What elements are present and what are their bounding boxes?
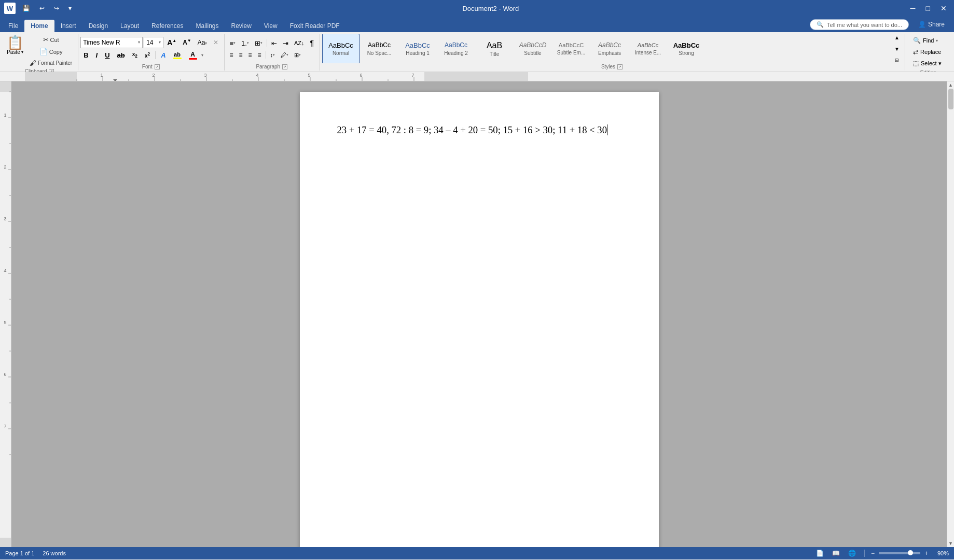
scroll-thumb[interactable] (948, 89, 953, 109)
shading-button[interactable]: 🖊▾ (278, 50, 291, 60)
style-title-preview: AaB (487, 40, 502, 50)
style-subtitle-label: Subtitle (524, 50, 541, 56)
align-right-button[interactable]: ≡ (246, 50, 255, 60)
superscript-button[interactable]: x2 (142, 50, 153, 60)
select-button[interactable]: ⬚ Select ▾ (909, 58, 947, 68)
font-expand-button[interactable]: ↗ (155, 64, 160, 69)
tab-design[interactable]: Design (82, 20, 114, 32)
line-spacing-button[interactable]: ↕▾ (268, 50, 278, 60)
style-heading1[interactable]: AaBbCc Heading 1 (399, 34, 436, 63)
tab-home[interactable]: Home (24, 20, 54, 32)
font-color-button[interactable]: A (186, 49, 200, 61)
align-left-button[interactable]: ≡ (227, 50, 236, 60)
find-button[interactable]: 🔍 Find ▾ (909, 35, 947, 46)
close-button[interactable]: ✕ (937, 3, 950, 13)
style-subtitle[interactable]: AaBbCcD Subtitle (514, 34, 551, 63)
tab-insert[interactable]: Insert (54, 20, 82, 32)
style-intemph-preview: AaBbCc (638, 42, 658, 49)
format-painter-button[interactable]: 🖌 Format Painter (27, 58, 75, 68)
copy-button[interactable]: 📄 Copy (27, 46, 75, 57)
tab-references[interactable]: References (145, 20, 189, 32)
decrease-indent-button[interactable]: ⇤ (269, 38, 280, 49)
tab-view[interactable]: View (258, 20, 284, 32)
app-title: Document2 - Word (74, 5, 907, 12)
styles-expand-button[interactable]: ↗ (617, 64, 623, 69)
align-center-button[interactable]: ≡ (236, 50, 245, 60)
style-heading2[interactable]: AaBbCc Heading 2 (437, 34, 475, 63)
find-arrow: ▾ (936, 38, 938, 43)
zoom-in-button[interactable]: + (924, 550, 928, 557)
zoom-out-button[interactable]: − (871, 550, 875, 557)
tab-foxit[interactable]: Foxit Reader PDF (284, 20, 346, 32)
style-strong[interactable]: AaBbCc Strong (668, 34, 705, 63)
justify-button[interactable]: ≡ (255, 50, 264, 60)
subscript-button[interactable]: x2 (129, 50, 141, 60)
bold-button[interactable]: B (80, 50, 91, 61)
zoom-slider[interactable] (879, 552, 920, 554)
multilevel-button[interactable]: ⊞▾ (252, 38, 265, 49)
scroll-down-button[interactable]: ▼ (947, 540, 955, 547)
styles-scroll-down[interactable]: ▼ (892, 44, 902, 54)
italic-button[interactable]: I (93, 50, 101, 61)
font-color-arrow[interactable]: ▾ (201, 53, 203, 58)
restore-button[interactable]: □ (923, 3, 933, 13)
styles-scroll-up[interactable]: ▲ (892, 34, 902, 43)
font-grow-button[interactable]: A▲ (164, 37, 179, 48)
style-subtitle-preview: AaBbCcD (519, 41, 547, 49)
styles-group: AaBbCc Normal AaBbCc No Spac... AaBbCc H… (320, 34, 905, 71)
style-no-space[interactable]: AaBbCc No Spac... (361, 34, 398, 63)
scroll-area[interactable]: 23 + 17 = 40, 72 : 8 = 9; 34 – 4 + 20 = … (11, 81, 947, 547)
strikethrough-button[interactable]: ab (114, 50, 128, 61)
style-subtle-emph[interactable]: AaBbCcC Subtle Em... (552, 34, 590, 63)
scroll-track[interactable] (947, 89, 954, 540)
font-size-dropdown[interactable]: 14 ▾ (144, 37, 163, 48)
vertical-scrollbar[interactable]: ▲ ▼ (947, 81, 954, 547)
change-case-button[interactable]: Aa▾ (195, 38, 210, 47)
bullets-button[interactable]: ≡▾ (227, 38, 238, 49)
text-effects-button[interactable]: A (158, 50, 169, 61)
zoom-thumb[interactable] (908, 550, 913, 555)
show-marks-button[interactable]: ¶ (307, 37, 316, 49)
underline-button[interactable]: U (102, 50, 113, 61)
web-layout-button[interactable]: 🌐 (846, 549, 858, 558)
redo-button[interactable]: ↪ (51, 4, 62, 13)
styles-more[interactable]: ⊟ (892, 55, 902, 63)
cut-button[interactable]: ✂ Cut (27, 34, 75, 45)
paragraph-expand-button[interactable]: ↗ (282, 64, 287, 69)
tab-review[interactable]: Review (225, 20, 257, 32)
font-shrink-button[interactable]: A▼ (180, 37, 194, 47)
tab-file[interactable]: File (2, 20, 24, 32)
sort-button[interactable]: AZ↓ (292, 38, 307, 48)
document-content[interactable]: 23 + 17 = 40, 72 : 8 = 9; 34 – 4 + 20 = … (337, 123, 621, 137)
clear-formatting-button[interactable]: ✕ (211, 38, 221, 47)
scroll-up-button[interactable]: ▲ (947, 81, 955, 89)
print-layout-button[interactable]: 📄 (814, 549, 826, 558)
style-intense-emph[interactable]: AaBbCc Intense E... (629, 34, 667, 63)
style-normal[interactable]: AaBbCc Normal (322, 34, 360, 63)
style-title[interactable]: AaB Title (476, 34, 513, 63)
text-highlight-button[interactable]: ab (170, 50, 185, 61)
svg-text:3: 3 (204, 73, 206, 78)
replace-button[interactable]: ⇄ Replace (909, 47, 947, 57)
numbering-button[interactable]: 1.▾ (239, 38, 252, 49)
share-button[interactable]: 👤 Share (913, 18, 950, 31)
svg-text:1: 1 (100, 73, 103, 78)
title-bar: W 💾 ↩ ↪ ▾ Document2 - Word ─ □ ✕ (0, 0, 954, 17)
font-name-dropdown[interactable]: Times New R ▾ (80, 37, 143, 48)
tell-me-text: Tell me what you want to do... (827, 22, 902, 28)
style-strong-label: Strong (679, 50, 694, 56)
style-emphasis[interactable]: AaBbCc Emphasis (591, 34, 628, 63)
style-intemph-label: Intense E... (635, 50, 661, 55)
borders-button[interactable]: ⊞▾ (292, 50, 303, 60)
increase-indent-button[interactable]: ⇥ (280, 38, 291, 49)
read-mode-button[interactable]: 📖 (830, 549, 842, 558)
customize-qat-button[interactable]: ▾ (66, 4, 74, 13)
styles-label: Styles ↗ (322, 63, 902, 71)
save-button[interactable]: 💾 (20, 4, 33, 13)
tab-layout[interactable]: Layout (114, 20, 145, 32)
tab-mailings[interactable]: Mailings (189, 20, 225, 32)
paste-button[interactable]: 📋 Paste▾ (4, 34, 26, 68)
undo-button[interactable]: ↩ (37, 4, 47, 13)
minimize-button[interactable]: ─ (907, 3, 919, 13)
tell-me-bar[interactable]: 🔍 Tell me what you want to do... (810, 19, 909, 30)
